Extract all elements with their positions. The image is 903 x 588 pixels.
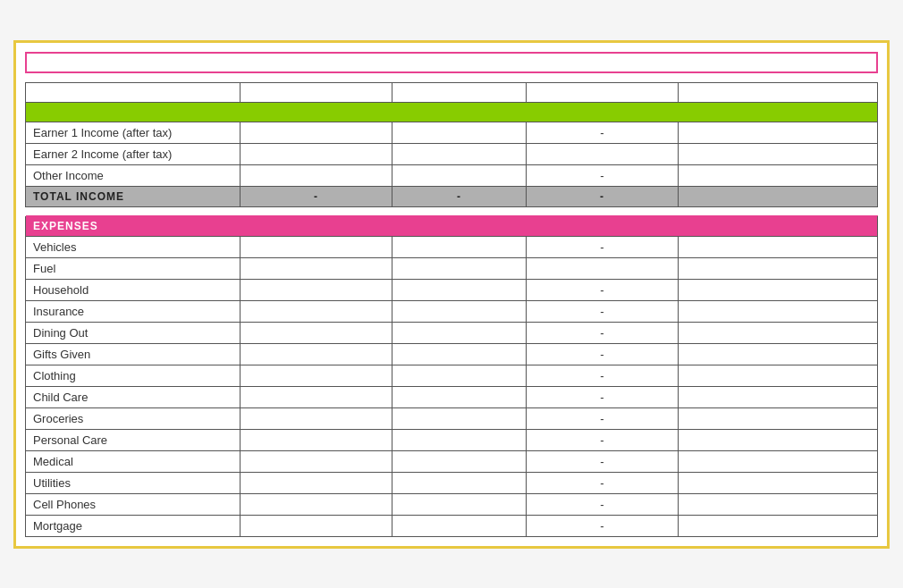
expense-label-0: Vehicles bbox=[26, 236, 241, 257]
income-notes-2 bbox=[679, 164, 878, 186]
expense-actual-1 bbox=[392, 257, 527, 279]
income-label-0: Earner 1 Income (after tax) bbox=[26, 122, 241, 143]
expense-diff-7: - bbox=[527, 386, 679, 407]
expense-diff-10: - bbox=[527, 450, 679, 472]
expenses-section-header: EXPENSES bbox=[26, 215, 878, 236]
total-income-budget: - bbox=[241, 186, 392, 206]
income-diff-1 bbox=[527, 143, 679, 164]
expense-diff-0: - bbox=[527, 236, 679, 257]
expense-budget-8 bbox=[241, 407, 392, 429]
expense-actual-3 bbox=[392, 300, 527, 322]
expense-actual-4 bbox=[392, 322, 527, 343]
expense-notes-8 bbox=[679, 407, 878, 429]
expense-row: Cell Phones - bbox=[26, 493, 878, 515]
expense-row: Utilities - bbox=[26, 472, 878, 493]
col-header-notes bbox=[679, 82, 878, 102]
expense-budget-5 bbox=[241, 343, 392, 365]
expense-actual-13 bbox=[392, 515, 527, 536]
expense-budget-1 bbox=[241, 257, 392, 279]
expense-diff-6: - bbox=[527, 365, 679, 386]
income-actual-2 bbox=[392, 164, 527, 186]
expense-notes-3 bbox=[679, 300, 878, 322]
expense-actual-10 bbox=[392, 450, 527, 472]
expense-label-8: Groceries bbox=[26, 407, 241, 429]
expense-budget-12 bbox=[241, 493, 392, 515]
income-notes-1 bbox=[679, 143, 878, 164]
income-budget-2 bbox=[241, 164, 392, 186]
expense-diff-3: - bbox=[527, 300, 679, 322]
expense-actual-7 bbox=[392, 386, 527, 407]
expense-label-9: Personal Care bbox=[26, 429, 241, 450]
expense-label-11: Utilities bbox=[26, 472, 241, 493]
col-header-actual bbox=[392, 82, 527, 102]
income-label-1: Earner 2 Income (after tax) bbox=[26, 143, 241, 164]
expense-actual-11 bbox=[392, 472, 527, 493]
expense-diff-5: - bbox=[527, 343, 679, 365]
expense-notes-6 bbox=[679, 365, 878, 386]
expense-budget-6 bbox=[241, 365, 392, 386]
expense-notes-10 bbox=[679, 450, 878, 472]
total-income-row: TOTAL INCOME - - - bbox=[26, 186, 878, 206]
expense-row: Dining Out - bbox=[26, 322, 878, 343]
income-notes-0 bbox=[679, 122, 878, 143]
expense-budget-4 bbox=[241, 322, 392, 343]
expense-label-7: Child Care bbox=[26, 386, 241, 407]
income-actual-0 bbox=[392, 122, 527, 143]
income-budget-0 bbox=[241, 122, 392, 143]
expense-row: Personal Care - bbox=[26, 429, 878, 450]
expense-actual-8 bbox=[392, 407, 527, 429]
expense-label-12: Cell Phones bbox=[26, 493, 241, 515]
expense-budget-2 bbox=[241, 279, 392, 300]
expense-budget-7 bbox=[241, 386, 392, 407]
total-income-label: TOTAL INCOME bbox=[26, 186, 241, 206]
expense-row: Groceries - bbox=[26, 407, 878, 429]
budget-table: Earner 1 Income (after tax) - Earner 2 I… bbox=[25, 82, 878, 537]
income-diff-0: - bbox=[527, 122, 679, 143]
income-label-2: Other Income bbox=[26, 164, 241, 186]
income-label bbox=[26, 102, 878, 122]
expense-actual-0 bbox=[392, 236, 527, 257]
expense-notes-7 bbox=[679, 386, 878, 407]
income-row: Earner 2 Income (after tax) bbox=[26, 143, 878, 164]
expense-diff-12: - bbox=[527, 493, 679, 515]
expense-label-6: Clothing bbox=[26, 365, 241, 386]
expense-row: Vehicles - bbox=[26, 236, 878, 257]
income-row: Other Income - bbox=[26, 164, 878, 186]
expense-budget-3 bbox=[241, 300, 392, 322]
expense-label-13: Mortgage bbox=[26, 515, 241, 536]
col-header-lineitem bbox=[26, 82, 241, 102]
expense-budget-11 bbox=[241, 472, 392, 493]
expense-diff-4: - bbox=[527, 322, 679, 343]
col-header-difference bbox=[527, 82, 679, 102]
spacer-row bbox=[26, 206, 878, 215]
expense-diff-13: - bbox=[527, 515, 679, 536]
income-actual-1 bbox=[392, 143, 527, 164]
expense-label-2: Household bbox=[26, 279, 241, 300]
expense-row: Insurance - bbox=[26, 300, 878, 322]
expense-notes-11 bbox=[679, 472, 878, 493]
income-row: Earner 1 Income (after tax) - bbox=[26, 122, 878, 143]
table-header-row bbox=[26, 82, 878, 102]
expense-row: Gifts Given - bbox=[26, 343, 878, 365]
expense-row: Household - bbox=[26, 279, 878, 300]
expense-notes-12 bbox=[679, 493, 878, 515]
income-diff-2: - bbox=[527, 164, 679, 186]
expense-row: Fuel bbox=[26, 257, 878, 279]
expense-actual-6 bbox=[392, 365, 527, 386]
col-header-budget bbox=[241, 82, 392, 102]
expense-notes-4 bbox=[679, 322, 878, 343]
expense-diff-8: - bbox=[527, 407, 679, 429]
expense-diff-1 bbox=[527, 257, 679, 279]
expense-label-10: Medical bbox=[26, 450, 241, 472]
expense-label-5: Gifts Given bbox=[26, 343, 241, 365]
expense-budget-10 bbox=[241, 450, 392, 472]
expense-notes-0 bbox=[679, 236, 878, 257]
expense-diff-2: - bbox=[527, 279, 679, 300]
expense-diff-11: - bbox=[527, 472, 679, 493]
expense-actual-12 bbox=[392, 493, 527, 515]
total-income-diff: - bbox=[527, 186, 679, 206]
expense-row: Medical - bbox=[26, 450, 878, 472]
expense-label-4: Dining Out bbox=[26, 322, 241, 343]
income-section-header bbox=[26, 102, 878, 122]
expense-actual-5 bbox=[392, 343, 527, 365]
